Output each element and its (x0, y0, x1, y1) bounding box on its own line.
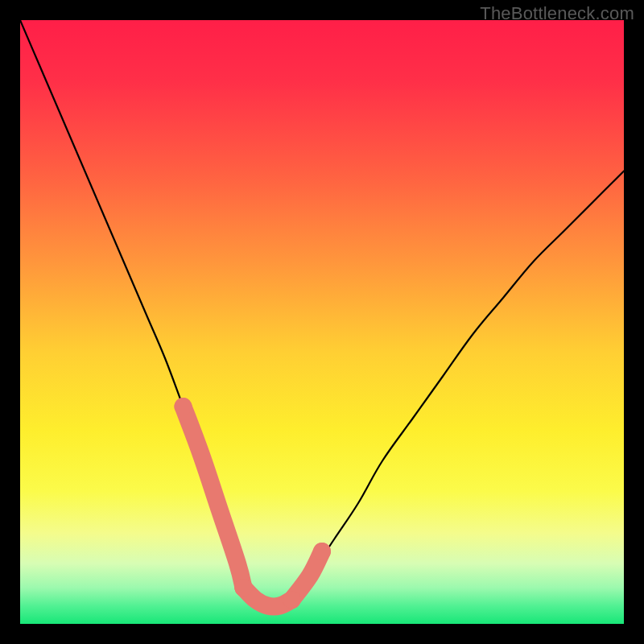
optimal-zone-markers (175, 398, 332, 609)
optimal-endcap (175, 398, 192, 415)
optimal-endcap (235, 579, 253, 597)
chart-plot-area (20, 20, 624, 624)
optimal-endcap (313, 543, 331, 560)
optimal-segment (184, 407, 244, 588)
optimal-endcap (283, 591, 301, 609)
chart-frame (20, 20, 624, 624)
bottleneck-curve (20, 20, 624, 607)
